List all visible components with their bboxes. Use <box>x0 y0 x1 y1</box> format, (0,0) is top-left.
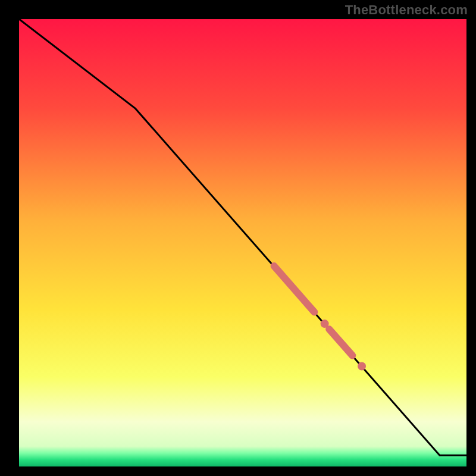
chart-root: { "watermark": { "text": "TheBottleneck.… <box>0 0 476 476</box>
chart-svg <box>0 0 476 476</box>
plot-background <box>19 19 466 466</box>
watermark-text: TheBottleneck.com <box>345 2 468 18</box>
marker-dot-2 <box>358 362 366 371</box>
